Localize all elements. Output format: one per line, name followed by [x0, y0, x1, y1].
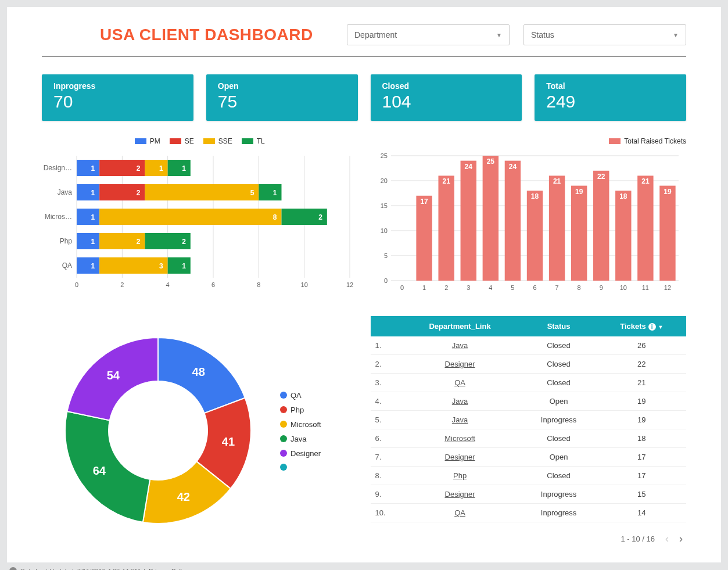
info-icon: i	[648, 323, 656, 331]
svg-rect-85	[548, 175, 564, 281]
svg-text:10: 10	[301, 281, 308, 288]
footer: Data Last Updated: 7/11/2019 4:08:44 PM …	[7, 562, 721, 570]
kpi-value: 249	[546, 92, 675, 112]
privacy-link[interactable]: Privacy Policy	[149, 568, 188, 571]
svg-text:5: 5	[511, 284, 514, 291]
svg-rect-100	[659, 186, 675, 281]
svg-text:10: 10	[619, 284, 626, 291]
chevron-down-icon: ▼	[658, 324, 663, 330]
tickets-bar-svg: 0510152025001712122432542451862171982291…	[371, 150, 684, 295]
status-select[interactable]: Status ▼	[523, 24, 686, 45]
table-row[interactable]: 6.MicrosoftClosed18	[371, 429, 687, 448]
svg-text:0: 0	[75, 281, 78, 288]
svg-text:1: 1	[182, 164, 186, 173]
svg-text:2: 2	[318, 213, 322, 221]
table-pager: 1 - 10 / 16 ‹ ›	[371, 522, 687, 545]
stacked-bar-svg: 024681012Design…1211Java1251Micros…182Ph…	[42, 150, 356, 295]
department-link[interactable]: Microsoft	[444, 434, 475, 443]
svg-rect-28	[145, 184, 259, 200]
pager-range: 1 - 10 / 16	[621, 535, 655, 543]
svg-text:4: 4	[489, 284, 492, 291]
th-tickets[interactable]: Ticketsi ▼	[597, 316, 686, 336]
svg-rect-76	[482, 156, 498, 281]
svg-text:3: 3	[159, 262, 163, 270]
svg-text:19: 19	[575, 188, 583, 196]
department-link[interactable]: QA	[454, 508, 465, 517]
stacked-bar-chart[interactable]: PM SE SSE TL 024681012Design…1211Java125…	[42, 137, 358, 300]
donut-chart[interactable]: 4841426454 QA Php Microsoft Java Designe…	[42, 316, 358, 545]
table-row[interactable]: 9.DesignerInprogress15	[371, 485, 687, 504]
svg-text:5: 5	[383, 252, 387, 259]
table-row[interactable]: 3.QAClosed21	[371, 374, 687, 392]
table-row[interactable]: 8.PhpClosed17	[371, 467, 687, 485]
department-link[interactable]: QA	[454, 378, 465, 387]
svg-text:2: 2	[182, 238, 186, 246]
svg-text:54: 54	[107, 369, 120, 382]
svg-text:QA: QA	[62, 261, 72, 270]
svg-text:18: 18	[530, 192, 539, 200]
department-select[interactable]: Department ▼	[347, 24, 510, 45]
svg-text:0: 0	[383, 277, 387, 284]
tickets-bar-chart[interactable]: Total Raised Tickets 0510152025001712122…	[371, 137, 687, 300]
svg-text:0: 0	[400, 272, 404, 280]
svg-text:1: 1	[91, 164, 95, 173]
pager-next-button[interactable]: ›	[679, 533, 683, 545]
svg-text:9: 9	[599, 284, 603, 291]
table-row[interactable]: 2.DesignerClosed22	[371, 355, 687, 374]
kpi-row: Inprogress 70 Open 75 Closed 104 Total 2…	[42, 74, 686, 121]
svg-text:24: 24	[508, 163, 517, 171]
svg-text:8: 8	[273, 213, 277, 221]
svg-text:Java: Java	[58, 188, 73, 196]
th-blank[interactable]	[371, 316, 400, 336]
stacked-bar-legend: PM SE SSE TL	[42, 137, 358, 145]
department-link[interactable]: Java	[452, 397, 468, 406]
svg-rect-21	[168, 160, 191, 176]
svg-text:1: 1	[422, 284, 426, 291]
svg-text:25: 25	[486, 157, 494, 166]
department-link[interactable]: Java	[452, 341, 468, 350]
svg-text:19: 19	[664, 188, 672, 196]
svg-text:42: 42	[177, 490, 190, 503]
th-department[interactable]: Department_Link	[400, 316, 521, 336]
svg-text:Php: Php	[60, 237, 73, 245]
department-link[interactable]: Designer	[445, 453, 475, 461]
svg-text:6: 6	[533, 284, 536, 291]
table-row[interactable]: 5.JavaInprogress19	[371, 411, 687, 429]
chevron-down-icon: ▼	[673, 32, 679, 38]
table-row[interactable]: 1.JavaClosed26	[371, 336, 687, 355]
table-row[interactable]: 7.DesignerOpen17	[371, 448, 687, 467]
table-row[interactable]: 10.QAInprogress14	[371, 504, 687, 522]
svg-rect-91	[593, 171, 609, 281]
department-link[interactable]: Php	[453, 471, 467, 480]
page-title: USA CLIENT DASHBOARD	[100, 26, 313, 44]
kpi-total[interactable]: Total 249	[535, 74, 686, 121]
svg-rect-67	[416, 196, 432, 281]
svg-text:1: 1	[91, 189, 95, 197]
svg-rect-82	[526, 191, 542, 281]
svg-rect-70	[438, 175, 454, 281]
svg-text:21: 21	[641, 177, 650, 185]
kpi-open[interactable]: Open 75	[206, 74, 358, 121]
svg-rect-19	[145, 160, 168, 176]
header: USA CLIENT DASHBOARD Department ▼ Status…	[42, 19, 686, 56]
department-link[interactable]: Java	[452, 415, 468, 424]
pager-prev-button[interactable]: ‹	[665, 533, 669, 545]
svg-text:2: 2	[120, 281, 124, 288]
svg-text:10: 10	[380, 227, 387, 234]
svg-text:Micros…: Micros…	[45, 213, 72, 221]
svg-rect-33	[77, 209, 99, 225]
table-row[interactable]: 4.JavaOpen19	[371, 392, 687, 411]
svg-text:2: 2	[137, 238, 141, 246]
department-link[interactable]: Designer	[445, 490, 475, 499]
table-body: 1.JavaClosed262.DesignerClosed223.QAClos…	[371, 336, 687, 522]
kpi-value: 104	[382, 92, 511, 112]
svg-rect-30	[259, 184, 281, 200]
kpi-inprogress[interactable]: Inprogress 70	[42, 74, 193, 121]
svg-rect-51	[168, 257, 191, 274]
table-header: Department_Link Status Ticketsi ▼	[371, 316, 687, 336]
kpi-closed[interactable]: Closed 104	[371, 74, 522, 121]
svg-rect-97	[637, 175, 653, 281]
department-link[interactable]: Designer	[445, 360, 475, 368]
kpi-label: Total	[546, 81, 675, 91]
th-status[interactable]: Status	[521, 316, 597, 336]
